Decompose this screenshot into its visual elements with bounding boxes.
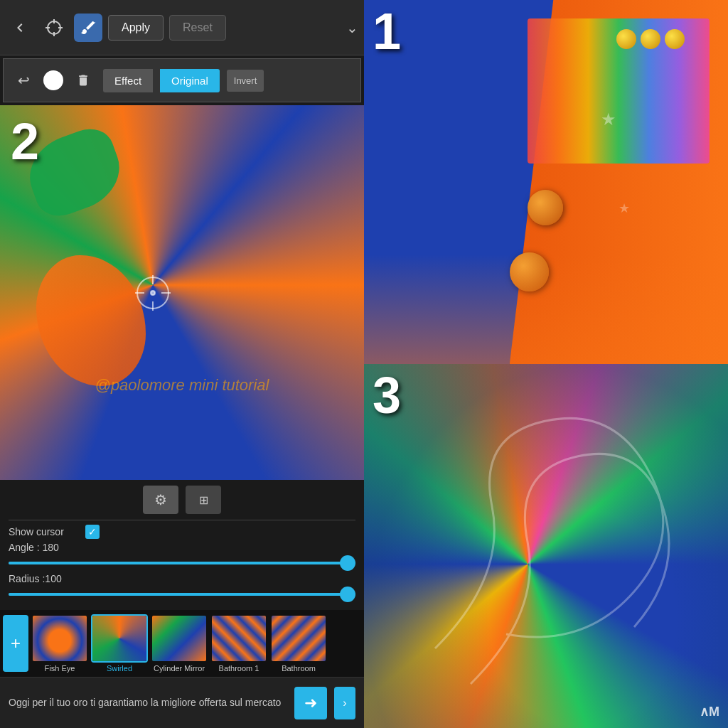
- filter-label-bathroom1: Bathroom 1: [219, 664, 259, 673]
- right-top-panel: ★ ★ 1: [364, 0, 728, 364]
- watermark-text: @paolomore mini tutorial: [95, 376, 269, 395]
- ad-chevron-button[interactable]: ›: [334, 687, 355, 719]
- filter-item-cylinder[interactable]: Cylinder Mirror: [151, 614, 208, 673]
- signature: ∧M: [700, 704, 719, 719]
- apply-button[interactable]: Apply: [108, 15, 164, 41]
- step-3-label: 3: [373, 370, 401, 421]
- undo-button[interactable]: ↩: [11, 68, 36, 93]
- filter-label-swirled: Swirled: [107, 664, 132, 673]
- radius-label: Radius :100: [9, 573, 80, 584]
- angle-setting: Angle : 180: [9, 542, 355, 553]
- angle-label: Angle : 180: [9, 542, 80, 553]
- brush-button[interactable]: [74, 14, 102, 42]
- angle-slider[interactable]: [9, 556, 355, 570]
- top-toolbar: Apply Reset ⌄: [0, 0, 364, 55]
- step-1-label: 1: [373, 6, 401, 57]
- crosshair-overlay: [132, 272, 174, 314]
- step1-image: ★ ★: [364, 0, 728, 364]
- filter-item-fisheye[interactable]: Fish Eye: [31, 614, 88, 673]
- delete-button[interactable]: [70, 68, 96, 93]
- show-cursor-checkbox[interactable]: ✓: [85, 525, 100, 539]
- show-cursor-label: Show cursor: [9, 526, 80, 537]
- gear-settings-button[interactable]: ⚙: [143, 486, 178, 514]
- add-filter-button[interactable]: +: [3, 615, 28, 672]
- filter-item-bathroom2[interactable]: Bathroom: [270, 614, 327, 673]
- step-2-label: 2: [11, 116, 39, 167]
- radius-slider[interactable]: [9, 587, 355, 601]
- settings-panel: ⚙ ⊞ Show cursor ✓ Angle : 180: [0, 480, 364, 610]
- effect-tab[interactable]: Effect: [103, 69, 153, 92]
- original-tab[interactable]: Original: [160, 69, 220, 92]
- filter-item-swirled[interactable]: Swirled: [91, 614, 148, 673]
- secondary-toolbar: ↩ Effect Original Invert: [3, 58, 361, 102]
- back-button[interactable]: [6, 14, 34, 42]
- editing-canvas[interactable]: 2 @paolomore mini tutorial: [0, 105, 364, 480]
- reset-button[interactable]: Reset: [169, 15, 226, 41]
- filter-item-bathroom1[interactable]: Bathroom 1: [210, 614, 267, 673]
- filter-label-cylinder: Cylinder Mirror: [154, 664, 205, 673]
- filter-label-bathroom2: Bathroom: [282, 664, 316, 673]
- brush-size-button[interactable]: [43, 70, 63, 90]
- show-cursor-setting: Show cursor ✓: [9, 525, 355, 539]
- chevron-down-icon[interactable]: ⌄: [346, 19, 358, 36]
- invert-button[interactable]: Invert: [227, 70, 264, 92]
- ad-arrow-button[interactable]: ➜: [294, 687, 327, 719]
- ad-banner: Oggi per il tuo oro ti garantiamo la mig…: [0, 677, 364, 728]
- main-container: Apply Reset ⌄ ↩ Effect Original Invert 2: [0, 0, 728, 728]
- radius-slider-row: [9, 587, 355, 601]
- grid-view-button[interactable]: ⊞: [186, 486, 221, 514]
- step3-image: [364, 364, 728, 728]
- crosshair-button[interactable]: [40, 14, 68, 42]
- radius-setting: Radius :100: [9, 573, 355, 584]
- angle-slider-row: [9, 556, 355, 570]
- ad-text: Oggi per il tuo oro ti garantiamo la mig…: [9, 696, 287, 710]
- svg-point-6: [151, 291, 155, 295]
- filter-strip: + Fish Eye Swirled Cylinder Mirror: [0, 610, 364, 677]
- divider: [9, 520, 355, 520]
- left-panel: Apply Reset ⌄ ↩ Effect Original Invert 2: [0, 0, 364, 728]
- right-bottom-panel: 3 ∧M: [364, 364, 728, 728]
- filter-label-fisheye: Fish Eye: [45, 664, 75, 673]
